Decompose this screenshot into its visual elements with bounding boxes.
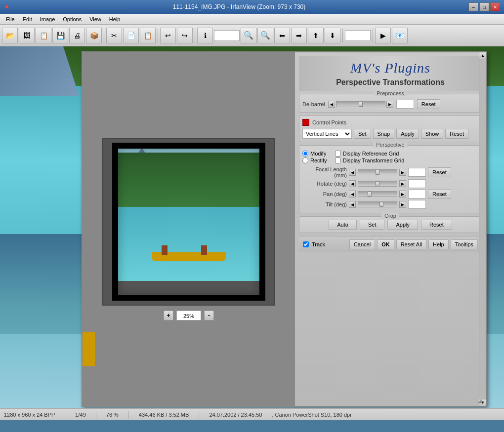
rotate-value-input[interactable]: 0.0	[408, 179, 426, 188]
tooltips-button[interactable]: Tooltips	[451, 239, 478, 249]
debarrel-value-input[interactable]: 0	[396, 100, 414, 109]
debarrel-thumb[interactable]	[359, 102, 363, 107]
focal-value-input[interactable]: 50	[408, 168, 426, 177]
redo-button[interactable]: ↪	[177, 28, 193, 43]
plugin-dialog: + 25% - MV's Plugins Perspective Transfo…	[82, 51, 487, 407]
menu-help[interactable]: Help	[105, 15, 125, 23]
print-button[interactable]: 🖨	[69, 28, 85, 43]
focal-track[interactable]	[358, 169, 397, 175]
tilt-value-input[interactable]: 11.0	[408, 200, 426, 209]
pan-left-arrow[interactable]: ◀	[349, 191, 356, 197]
save-button[interactable]: 💾	[52, 28, 68, 43]
pan-track[interactable]	[358, 191, 397, 197]
ref-grid-label: Display Reference Grid	[343, 151, 399, 157]
ok-button[interactable]: OK	[377, 239, 394, 249]
tilt-right-arrow[interactable]: ▶	[399, 201, 406, 208]
dialog-inner: + 25% - MV's Plugins Perspective Transfo…	[83, 52, 486, 406]
tilt-left-arrow[interactable]: ◀	[349, 201, 356, 208]
preview-image-container	[102, 138, 275, 306]
pan-value-input[interactable]: -10.5	[408, 190, 426, 198]
toolbar: 📂 🖼 📋 💾 🖨 📦 ✂ 📄 📋 ↩ ↪ ℹ 76.0 🔍 🔍 ⬅ ➡ ⬆ ⬇…	[0, 25, 504, 46]
rotate-track[interactable]	[358, 181, 397, 187]
zoom-plus-button[interactable]: +	[164, 311, 173, 320]
info-button[interactable]: ℹ	[197, 28, 213, 43]
menu-view[interactable]: View	[85, 15, 105, 23]
dialog-bottom: Track Cancel OK Reset All Help Tooltips	[299, 236, 482, 252]
menu-edit[interactable]: Edit	[19, 15, 36, 23]
menu-options[interactable]: Options	[59, 15, 85, 23]
ref-grid-checkbox[interactable]	[335, 151, 341, 157]
paste-button[interactable]: 📋	[140, 28, 156, 43]
crop-apply-button[interactable]: Apply	[387, 220, 418, 230]
control-points-dropdown[interactable]: Vertical Lines Horizontal Lines Grid	[302, 129, 352, 139]
pan-thumb[interactable]	[368, 192, 372, 196]
auto-button[interactable]: Auto	[329, 220, 357, 230]
focal-left-arrow[interactable]: ◀	[349, 169, 356, 176]
copy-button[interactable]: 📄	[123, 28, 139, 43]
zoom-minus-button[interactable]: -	[204, 311, 214, 320]
dialog-scrollbar: ▲ ▼	[479, 52, 486, 406]
control-reset-button[interactable]: Reset	[445, 129, 468, 139]
debarrel-reset-button[interactable]: Reset	[417, 99, 440, 109]
next-button[interactable]: ➡	[291, 28, 307, 43]
last-button[interactable]: ⬇	[325, 28, 340, 43]
rotate-left-arrow[interactable]: ◀	[349, 180, 356, 187]
debarrel-right-arrow[interactable]: ▶	[386, 101, 393, 108]
focal-reset-button[interactable]: Reset	[428, 167, 451, 177]
preprocess-label: Preprocess	[374, 90, 407, 96]
crop-section: Crop Auto Set Apply Reset	[299, 216, 482, 233]
thumbnail-button[interactable]: 🖼	[19, 28, 35, 43]
toolbar-sep-4	[342, 29, 343, 42]
preprocess-content: De-barrel ◀ ▶ 0 Reset	[302, 99, 478, 109]
toolbar-sep-1	[104, 29, 104, 42]
browse-button[interactable]: 📋	[36, 28, 51, 43]
undo-button[interactable]: ↩	[160, 28, 176, 43]
track-checkbox[interactable]	[303, 241, 309, 247]
slideshow-button[interactable]: ▶	[375, 28, 391, 43]
control-apply-button[interactable]: Apply	[396, 129, 419, 139]
focal-thumb[interactable]	[376, 170, 379, 175]
crop-set-button[interactable]: Set	[360, 220, 385, 230]
email-button[interactable]: 📧	[392, 28, 408, 43]
pan-right-arrow[interactable]: ▶	[399, 191, 406, 197]
cancel-button[interactable]: Cancel	[349, 239, 375, 249]
maximize-button[interactable]: □	[479, 2, 489, 11]
reset-all-button[interactable]: Reset All	[396, 239, 426, 249]
minimize-button[interactable]: –	[468, 2, 478, 11]
debarrel-left-arrow[interactable]: ◀	[328, 101, 335, 108]
help-button[interactable]: Help	[428, 239, 449, 249]
window-title: 111-1154_IMG.JPG - IrfanView (Zoom: 973 …	[173, 3, 306, 10]
pan-reset-button[interactable]: Reset	[428, 189, 451, 199]
resize-handle[interactable]: ◢	[478, 398, 485, 405]
first-button[interactable]: ⬆	[308, 28, 324, 43]
open-button[interactable]: 📂	[2, 28, 18, 43]
prev-button[interactable]: ⬅	[274, 28, 290, 43]
cut-button[interactable]: ✂	[106, 28, 122, 43]
show-button[interactable]: Show	[421, 129, 444, 139]
close-button[interactable]: ✕	[490, 2, 500, 11]
menu-image[interactable]: Image	[36, 15, 59, 23]
debarrel-slider-container: ◀ ▶	[328, 101, 393, 108]
menu-file[interactable]: File	[2, 15, 19, 23]
zoom-input[interactable]: 76.0	[214, 30, 240, 41]
zoom-in-button[interactable]: 🔍	[241, 28, 256, 43]
rotate-thumb[interactable]	[376, 181, 379, 186]
debarrel-row: De-barrel ◀ ▶ 0 Reset	[302, 99, 478, 109]
tilt-track[interactable]	[358, 201, 397, 207]
rotate-right-arrow[interactable]: ▶	[399, 180, 406, 187]
scroll-up-button[interactable]: ▲	[479, 52, 486, 59]
focal-length-row: Focal Length (mm) ◀ ▶ 50 Reset	[302, 166, 478, 178]
modify-radio-item: Modify	[302, 151, 327, 157]
rectify-radio[interactable]	[302, 157, 308, 163]
tilt-thumb[interactable]	[379, 202, 383, 207]
zoom-out-button[interactable]: 🔍	[257, 28, 273, 43]
focal-right-arrow[interactable]: ▶	[399, 169, 406, 176]
modify-radio[interactable]	[302, 151, 308, 157]
snap-button[interactable]: Snap	[373, 129, 395, 139]
batch-button[interactable]: 📦	[86, 28, 102, 43]
set-button[interactable]: Set	[354, 129, 371, 139]
page-input[interactable]: 1/49	[345, 30, 371, 41]
debarrel-track[interactable]	[336, 101, 385, 107]
crop-reset-button[interactable]: Reset	[421, 220, 452, 230]
trans-grid-checkbox[interactable]	[335, 157, 341, 163]
